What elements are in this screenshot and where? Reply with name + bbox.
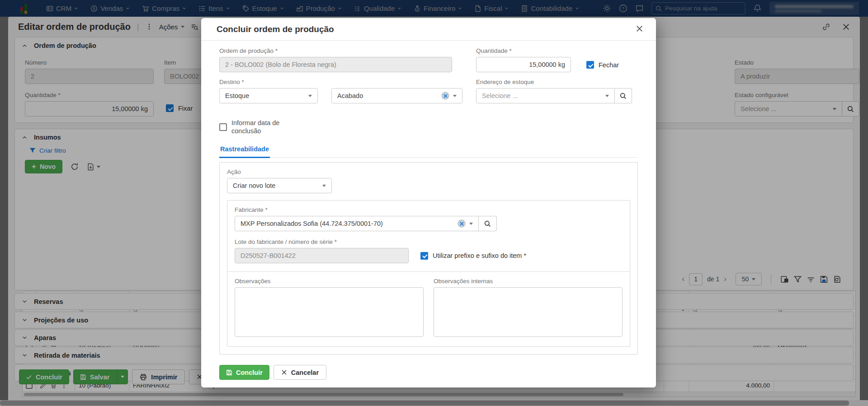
- destino-label: Destino *: [219, 79, 462, 85]
- modal-close-button[interactable]: [636, 25, 643, 34]
- endereco-label: Endereço de estoque: [476, 79, 632, 85]
- observacoes-label: Observações: [235, 278, 424, 285]
- chevron-down-icon: [308, 95, 312, 97]
- chevron-down-icon: [453, 95, 457, 97]
- fechar-checkbox-row: Fechar: [586, 61, 619, 69]
- tab-divider: [219, 157, 638, 158]
- fechar-checkbox[interactable]: [586, 61, 594, 69]
- chevron-down-icon: [322, 185, 326, 187]
- modal-body: Ordem de produção * 2 - BOLO002 (Bolo de…: [201, 41, 656, 355]
- search-icon: [484, 220, 491, 227]
- screen: CRM $ Vendas Compras Itens Estoque: [0, 0, 868, 406]
- close-icon: [636, 25, 643, 33]
- quantidade-input[interactable]: 15,00000 kg: [476, 57, 571, 72]
- clear-selection-icon[interactable]: [441, 92, 449, 100]
- modal-cancelar-button[interactable]: Cancelar: [274, 365, 326, 380]
- informar-data-checkbox[interactable]: [219, 123, 227, 131]
- fabricante-label: Fabricante *: [235, 206, 623, 213]
- x-icon: [281, 369, 287, 375]
- observacoes-textarea[interactable]: [235, 287, 424, 337]
- tab-rastreabilidade[interactable]: Rastreabilidade: [219, 145, 270, 158]
- modal-footer: Concluir Cancelar: [219, 365, 326, 380]
- concluir-ordem-modal: Concluir ordem de produção Ordem de prod…: [201, 18, 656, 387]
- acao-select[interactable]: Criar novo lote: [227, 178, 332, 193]
- chevron-down-icon: [605, 95, 609, 97]
- modal-header: Concluir ordem de produção: [201, 18, 656, 41]
- endereco-search-button[interactable]: [615, 88, 632, 103]
- fabricante-select[interactable]: MXP Personalizados Sofia (44.724.375/000…: [235, 216, 479, 231]
- ordem-input: 2 - BOLO002 (Bolo de Floresta negra): [219, 57, 452, 72]
- prefixo-label: Utilizar prefixo e sufixo do item *: [433, 252, 526, 259]
- modal-concluir-button[interactable]: Concluir: [219, 365, 269, 380]
- lote-fabricante-label: Lote do fabricante / número de série *: [235, 238, 623, 245]
- destino-sub-select[interactable]: Acabado: [331, 88, 462, 103]
- clear-selection-icon[interactable]: [458, 219, 466, 228]
- destino-select[interactable]: Estoque: [219, 88, 318, 103]
- save-icon: [226, 369, 232, 376]
- informar-data-label: Informar data de conclusão: [231, 119, 287, 135]
- observacoes-internas-label: Observações internas: [434, 278, 623, 285]
- rastreabilidade-panel: Ação Criar novo lote Fabricante * MXP Pe…: [219, 162, 638, 355]
- prefixo-checkbox-row: Utilizar prefixo e sufixo do item *: [420, 252, 526, 260]
- ordem-label: Ordem de produção *: [219, 47, 452, 54]
- search-icon: [620, 93, 627, 99]
- novo-lote-panel: Fabricante * MXP Personalizados Sofia (4…: [227, 200, 630, 347]
- informar-data-row: Informar data de conclusão: [219, 119, 638, 135]
- endereco-select[interactable]: Selecione ...: [476, 88, 615, 103]
- chevron-down-icon: [469, 223, 473, 225]
- lote-fabricante-input: D250527-B001422: [235, 248, 409, 263]
- modal-title: Concluir ordem de produção: [217, 24, 334, 34]
- divider: [227, 271, 630, 272]
- observacoes-internas-textarea[interactable]: [434, 287, 623, 337]
- acao-label: Ação: [227, 168, 630, 175]
- fechar-label: Fechar: [599, 61, 619, 69]
- quantidade-label: Quantidade *: [476, 47, 571, 54]
- prefixo-checkbox[interactable]: [420, 252, 428, 260]
- fabricante-search-button[interactable]: [479, 216, 497, 231]
